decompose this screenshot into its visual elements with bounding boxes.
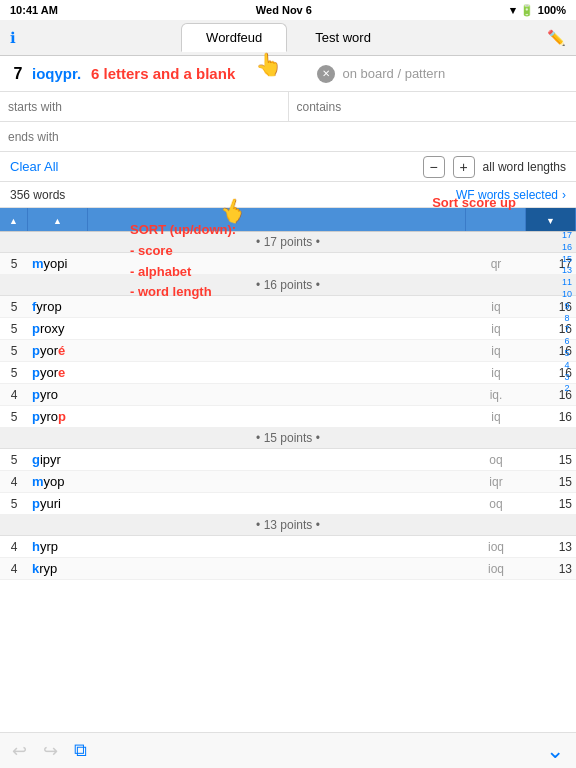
sort-arrow-down: [546, 214, 555, 226]
word-tiles: iq: [466, 366, 526, 380]
scroll-index: 17161513111098765432: [558, 230, 576, 394]
scroll-index-item[interactable]: 15: [562, 254, 572, 265]
pencil-icon[interactable]: ✏️: [547, 29, 566, 47]
redo-button[interactable]: ↪: [43, 740, 58, 762]
scroll-index-item[interactable]: 3: [564, 372, 569, 383]
sort-arrow-2: [53, 214, 62, 226]
word-row[interactable]: 5pyoreiq16: [0, 362, 576, 384]
word-tiles: iq: [466, 344, 526, 358]
word-text[interactable]: pyuri: [28, 496, 88, 511]
scroll-index-item[interactable]: 11: [562, 277, 572, 288]
rack-clear-button[interactable]: [317, 65, 335, 83]
word-tiles: iq.: [466, 388, 526, 402]
word-text[interactable]: fyrop: [28, 299, 88, 314]
word-row[interactable]: 5fyropiq16: [0, 296, 576, 318]
word-text[interactable]: pyrop: [28, 409, 88, 424]
sort-arrow-1: [9, 214, 18, 226]
rack-board-pattern[interactable]: on board / pattern: [343, 66, 569, 81]
wf-selected-label: WF words selected: [456, 188, 558, 202]
word-length: 5: [0, 453, 28, 467]
word-row[interactable]: 4hyrpioq13: [0, 536, 576, 558]
word-score: 15: [526, 453, 576, 467]
sort-col-1[interactable]: [0, 208, 28, 231]
word-row[interactable]: 4myopiqr15: [0, 471, 576, 493]
wf-selected-button[interactable]: WF words selected ›: [456, 188, 566, 202]
scroll-index-item[interactable]: 5: [564, 348, 569, 359]
scroll-index-item[interactable]: 7: [564, 324, 569, 335]
section-header: • 17 points •: [0, 232, 576, 253]
word-tiles: iq: [466, 322, 526, 336]
copy-button[interactable]: ⧉: [74, 740, 87, 762]
word-row[interactable]: 4pyroiq.16: [0, 384, 576, 406]
word-length: 5: [0, 300, 28, 314]
word-tiles: iq: [466, 300, 526, 314]
contains-input[interactable]: [289, 92, 577, 121]
scroll-down-button[interactable]: ⌄: [546, 738, 564, 764]
controls-row: Clear All − + all word lengths: [0, 152, 576, 182]
rack-count: 7: [8, 65, 28, 83]
info-icon[interactable]: ℹ: [10, 29, 16, 47]
battery-percent: 100%: [538, 4, 566, 16]
word-count-label: 356 words: [10, 188, 65, 202]
word-row[interactable]: 5pyurioq15: [0, 493, 576, 515]
length-controls: − + all word lengths: [423, 156, 566, 178]
sort-col-2[interactable]: [28, 208, 88, 231]
tab-wordfeud[interactable]: Wordfeud: [181, 23, 287, 52]
word-row[interactable]: 5pyoréiq16: [0, 340, 576, 362]
word-score: 15: [526, 475, 576, 489]
word-text[interactable]: proxy: [28, 321, 88, 336]
ends-with-input[interactable]: [0, 126, 576, 148]
scroll-index-item[interactable]: 6: [564, 336, 569, 347]
word-text[interactable]: myop: [28, 474, 88, 489]
rack-letters: ioqypr.: [32, 65, 87, 82]
section-header: • 16 points •: [0, 275, 576, 296]
scroll-index-item[interactable]: 17: [562, 230, 572, 241]
sort-col-tiles[interactable]: [466, 208, 526, 231]
length-label: all word lengths: [483, 160, 566, 174]
word-row[interactable]: 5proxyiq16: [0, 318, 576, 340]
word-text[interactable]: pyro: [28, 387, 88, 402]
scroll-index-item[interactable]: 4: [564, 360, 569, 371]
word-row[interactable]: 4prydioq13: [0, 580, 576, 582]
word-score: 16: [526, 410, 576, 424]
word-text[interactable]: pyoré: [28, 343, 88, 358]
tab-testword[interactable]: Test word: [291, 24, 395, 51]
word-list[interactable]: • 17 points •5myopiqr17• 16 points •5fyr…: [0, 232, 576, 582]
status-date: Wed Nov 6: [256, 4, 312, 16]
length-minus-button[interactable]: −: [423, 156, 445, 178]
scroll-index-item[interactable]: 13: [562, 265, 572, 276]
word-count-row: 356 words WF words selected ›: [0, 182, 576, 208]
status-indicators: ▾ 🔋 100%: [510, 4, 566, 17]
word-row[interactable]: 5gipyroq15: [0, 449, 576, 471]
status-time: 10:41 AM: [10, 4, 58, 16]
word-row[interactable]: 4krypioq13: [0, 558, 576, 580]
word-text[interactable]: gipyr: [28, 452, 88, 467]
sort-col-word[interactable]: [88, 208, 466, 231]
word-text[interactable]: pyore: [28, 365, 88, 380]
section-header: • 15 points •: [0, 428, 576, 449]
scroll-index-item[interactable]: 10: [562, 289, 572, 300]
scroll-index-item[interactable]: 16: [562, 242, 572, 253]
word-row[interactable]: 5myopiqr17: [0, 253, 576, 275]
scroll-index-item[interactable]: 8: [564, 313, 569, 324]
word-row[interactable]: 5pyropiq16: [0, 406, 576, 428]
word-text[interactable]: kryp: [28, 561, 88, 576]
length-plus-button[interactable]: +: [453, 156, 475, 178]
tab-bar: ℹ Wordfeud Test word ✏️: [0, 20, 576, 56]
scroll-index-item[interactable]: 2: [564, 383, 569, 394]
word-length: 5: [0, 322, 28, 336]
section-header: • 13 points •: [0, 515, 576, 536]
word-tiles: iqr: [466, 475, 526, 489]
rack-description: 6 letters and a blank: [91, 65, 317, 82]
word-length: 5: [0, 366, 28, 380]
word-text[interactable]: hyrp: [28, 539, 88, 554]
clear-all-button[interactable]: Clear All: [10, 159, 58, 174]
scroll-index-item[interactable]: 9: [564, 301, 569, 312]
rack-row: 7 ioqypr. 6 letters and a blank on board…: [0, 56, 576, 92]
sort-col-score[interactable]: [526, 208, 576, 231]
bottom-left-icons: ↩ ↪ ⧉: [12, 740, 87, 762]
word-tiles: oq: [466, 453, 526, 467]
starts-with-input[interactable]: [0, 92, 289, 121]
undo-button[interactable]: ↩: [12, 740, 27, 762]
word-text[interactable]: myopi: [28, 256, 88, 271]
